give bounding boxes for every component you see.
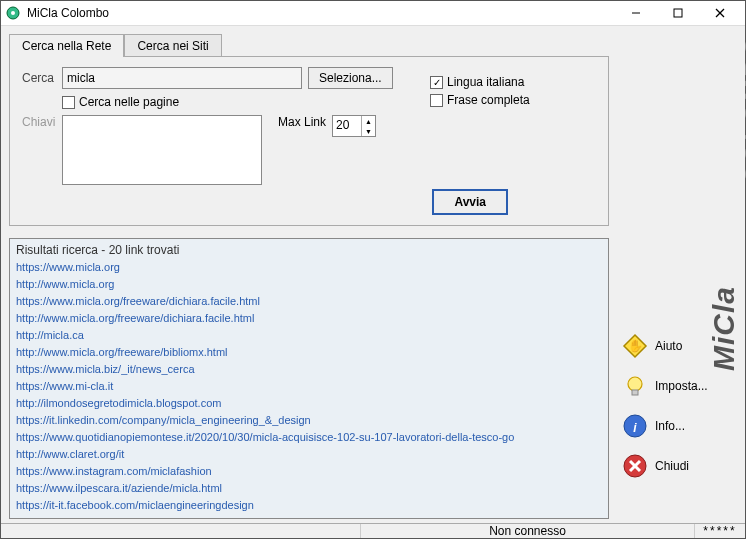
maxlink-down-icon[interactable]: ▼: [362, 126, 375, 136]
result-link[interactable]: http://www.micla.org: [16, 276, 602, 293]
start-button[interactable]: Avvia: [432, 189, 508, 215]
left-pane: Cerca nella Rete Cerca nei Siti Cerca Se…: [1, 26, 615, 523]
titlebar: MiCla Colombo: [1, 1, 745, 26]
minimize-button[interactable]: [615, 1, 657, 25]
italian-label: Lingua italiana: [447, 75, 524, 89]
maxlink-stepper[interactable]: 20 ▲ ▼: [332, 115, 376, 137]
result-link[interactable]: https://www.micla.org/freeware/dichiara.…: [16, 293, 602, 310]
search-input[interactable]: [62, 67, 302, 89]
status-stars: *****: [695, 524, 745, 538]
status-connection: Non connesso: [361, 524, 695, 538]
result-link[interactable]: https://www.quotidianopiemontese.it/2020…: [16, 429, 602, 446]
exit-button[interactable]: Chiudi: [619, 446, 741, 486]
results-list[interactable]: Risultati ricerca - 20 link trovati http…: [10, 239, 608, 518]
tab-strip: Cerca nella Rete Cerca nei Siti: [9, 34, 609, 57]
fullphrase-label: Frase completa: [447, 93, 530, 107]
search-in-pages-checkbox[interactable]: [62, 96, 75, 109]
client-area: Cerca nella Rete Cerca nei Siti Cerca Se…: [1, 26, 745, 523]
tab-search-sites[interactable]: Cerca nei Siti: [124, 34, 221, 57]
search-in-pages-label: Cerca nelle pagine: [79, 95, 179, 109]
help-button[interactable]: ✋ Aiuto: [619, 326, 741, 366]
app-window: MiCla Colombo Cerca nella Rete Cerca nei…: [0, 0, 746, 539]
status-bar: Non connesso *****: [1, 523, 745, 538]
info-label: Info...: [655, 419, 685, 433]
maxlink-label: Max Link: [278, 115, 326, 129]
result-link[interactable]: https://it.linkedin.com/company/micla_en…: [16, 412, 602, 429]
search-label: Cerca: [22, 71, 62, 85]
info-button[interactable]: i Info...: [619, 406, 741, 446]
result-link[interactable]: https://www.micla.biz/_it/news_cerca: [16, 361, 602, 378]
help-label: Aiuto: [655, 339, 682, 353]
result-link[interactable]: http://www.micla.org/freeware/dichiara.f…: [16, 310, 602, 327]
app-icon: [5, 5, 21, 21]
options-group: ✓ Lingua italiana Frase completa: [430, 75, 530, 111]
result-link[interactable]: http://www.micla.org/freeware/bibliomx.h…: [16, 344, 602, 361]
result-link[interactable]: https://it-it.facebook.com/miclaengineer…: [16, 497, 602, 514]
maxlink-value[interactable]: 20: [333, 116, 361, 136]
svg-point-1: [11, 11, 15, 15]
side-buttons: ✋ Aiuto Imposta... i Info...: [619, 326, 741, 486]
info-icon: i: [621, 412, 649, 440]
maxlink-up-icon[interactable]: ▲: [362, 116, 375, 126]
italian-checkbox[interactable]: ✓: [430, 76, 443, 89]
window-title: MiCla Colombo: [27, 6, 615, 20]
svg-point-8: [628, 377, 642, 391]
result-link[interactable]: http://www.claret.org/it: [16, 446, 602, 463]
results-box: Risultati ricerca - 20 link trovati http…: [9, 238, 609, 519]
hand-icon: ✋: [621, 332, 649, 360]
tab-search-web[interactable]: Cerca nella Rete: [9, 34, 124, 57]
svg-text:✋: ✋: [628, 338, 643, 353]
select-button[interactable]: Seleziona...: [308, 67, 393, 89]
exit-label: Chiudi: [655, 459, 689, 473]
status-left: [1, 524, 361, 538]
result-link[interactable]: http://ilmondosegretodimicla.blogspot.co…: [16, 395, 602, 412]
svg-rect-3: [674, 9, 682, 17]
right-pane: COLOMBO MiCla ✋ Aiuto Imposta...: [615, 26, 745, 523]
search-panel: Cerca Seleziona... Cerca nelle pagine Ch…: [9, 56, 609, 226]
result-link[interactable]: https://www.mi-cla.it: [16, 378, 602, 395]
result-link[interactable]: https://www.instagram.com/miclafashion: [16, 463, 602, 480]
result-link[interactable]: https://www.micla.org: [16, 259, 602, 276]
close-button[interactable]: [699, 1, 741, 25]
result-link[interactable]: http://micla.ca: [16, 327, 602, 344]
lightbulb-icon: [621, 372, 649, 400]
keys-textarea[interactable]: [62, 115, 262, 185]
maximize-button[interactable]: [657, 1, 699, 25]
settings-label: Imposta...: [655, 379, 708, 393]
close-x-icon: [621, 452, 649, 480]
settings-button[interactable]: Imposta...: [619, 366, 741, 406]
result-link[interactable]: https://www.ilpescara.it/aziende/micla.h…: [16, 480, 602, 497]
fullphrase-checkbox[interactable]: [430, 94, 443, 107]
keys-label: Chiavi: [22, 115, 62, 129]
svg-rect-9: [632, 390, 638, 395]
results-header: Risultati ricerca - 20 link trovati: [16, 243, 602, 257]
brand-sub: COLOMBO: [739, 36, 746, 286]
